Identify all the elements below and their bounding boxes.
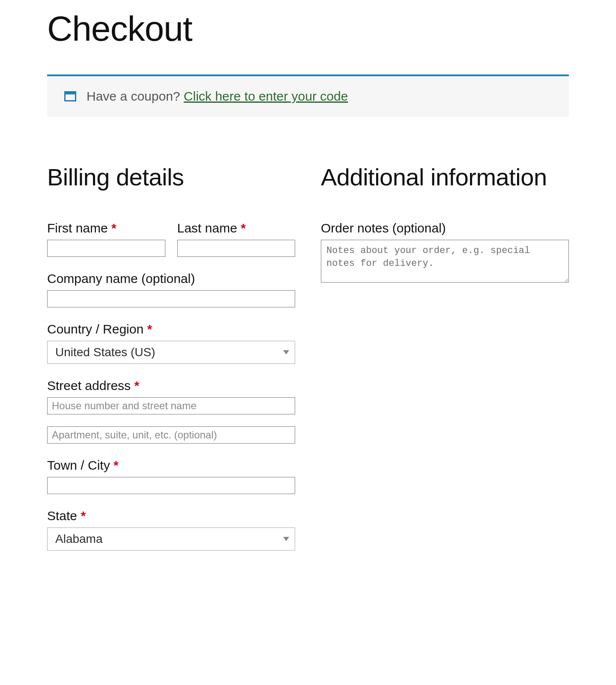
last-name-label-text: Last name [177,221,241,235]
last-name-field: Last name * [177,221,296,257]
street-line1-input[interactable] [47,397,295,414]
country-field: Country / Region * United States (US) [47,322,295,364]
order-notes-textarea[interactable] [321,240,569,283]
country-label: Country / Region * [47,322,295,337]
coupon-banner: Have a coupon? Click here to enter your … [47,74,569,116]
first-name-label-text: First name [47,221,111,235]
page-title: Checkout [47,9,569,49]
required-mark: * [111,221,117,235]
country-select-wrap: United States (US) [47,341,295,364]
country-select[interactable]: United States (US) [47,341,295,364]
checkout-columns: Billing details First name * Last name * [47,164,569,565]
order-notes-label: Order notes (optional) [321,221,569,235]
company-input[interactable] [47,290,295,307]
state-field: State * Alabama [47,509,295,551]
state-select-wrap: Alabama [47,527,295,551]
order-notes-field: Order notes (optional) [321,221,569,284]
first-name-field: First name * [47,221,165,257]
billing-section: Billing details First name * Last name * [47,164,295,565]
name-row: First name * Last name * [47,221,295,257]
city-label: Town / City * [47,458,295,473]
required-mark: * [114,458,119,472]
first-name-label: First name * [47,221,165,235]
street-label-text: Street address [47,378,134,393]
last-name-input[interactable] [177,240,296,257]
checkout-page: Checkout Have a coupon? Click here to en… [0,9,616,685]
first-name-input[interactable] [47,240,165,257]
required-mark: * [147,322,152,336]
state-label: State * [47,509,295,523]
last-name-label: Last name * [177,221,296,235]
coupon-text: Have a coupon? Click here to enter your … [87,89,348,104]
street-label: Street address * [47,378,295,393]
billing-heading: Billing details [47,164,295,191]
country-label-text: Country / Region [47,322,147,336]
coupon-link[interactable]: Click here to enter your code [184,89,348,103]
city-input[interactable] [47,477,295,494]
city-label-text: Town / City [47,458,114,472]
company-field: Company name (optional) [47,271,295,307]
city-field: Town / City * [47,458,295,494]
required-mark: * [81,509,86,523]
state-select[interactable]: Alabama [47,527,295,551]
svg-rect-1 [65,92,76,95]
additional-section: Additional information Order notes (opti… [321,164,569,299]
street-line2-input[interactable] [47,426,295,444]
calendar-icon [64,91,76,101]
street-field: Street address * [47,378,295,444]
state-label-text: State [47,509,81,523]
required-mark: * [241,221,246,235]
required-mark: * [134,378,139,393]
additional-heading: Additional information [321,164,569,191]
coupon-prompt: Have a coupon? [87,89,184,103]
company-label: Company name (optional) [47,271,295,286]
